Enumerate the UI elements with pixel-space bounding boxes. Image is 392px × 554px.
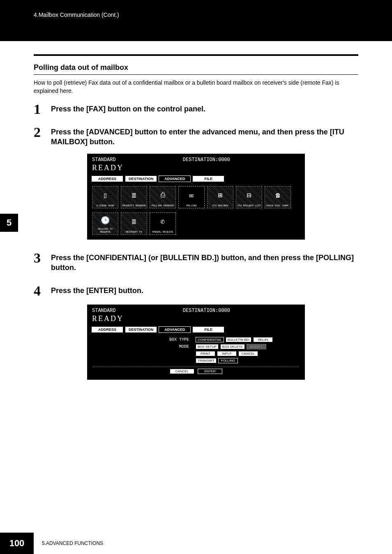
step-text: Press the [ADVANCED] button to enter the… — [51, 125, 358, 147]
step-text: Press the [ENTER] button. — [51, 284, 143, 295]
step-text: Press the [FAX] button on the control pa… — [51, 102, 205, 114]
envelope-icon: ✉ — [189, 187, 194, 204]
ready-label: READY — [90, 163, 302, 175]
btn-enter[interactable]: ENTER — [198, 369, 222, 374]
icon-2sided-scan[interactable]: ▯2-SIDED SCAN — [92, 186, 118, 208]
mode-label: MODE — [93, 344, 196, 349]
icon-row-2: 🕒DELAYED TX RESERVE ≣RECOVERY TX ✆MANUAL… — [90, 209, 302, 235]
tab-bar: ADDRESS DESTINATION ADVANCED FILE — [90, 175, 302, 183]
handset-icon: ✆ — [161, 213, 165, 231]
list-icon: ≣ — [132, 213, 136, 231]
content: Polling data out of mailbox How to poll … — [0, 54, 392, 380]
chapter-tab: 5 — [0, 214, 18, 232]
status-right: DESTINATION:0000 — [183, 157, 230, 163]
step-4: 4 Press the [ENTER] button. — [34, 284, 358, 298]
icon-itu-mailbox-list[interactable]: ⊟ITU MAILBOX LIST — [236, 186, 262, 208]
step-2: 2 Press the [ADVANCED] button to enter t… — [34, 125, 358, 147]
btn-cancel[interactable]: CANCEL — [170, 369, 194, 374]
mailbox-icon: ⊞ — [218, 187, 223, 204]
status-left: STANDARD — [92, 157, 116, 163]
icon-delayed-tx[interactable]: 🕒DELAYED TX RESERVE — [92, 212, 118, 235]
device-screenshot-1: STANDARD DESTINATION:0000 READY ADDRESS … — [87, 154, 305, 240]
btn-relay[interactable]: RELAY — [253, 337, 273, 342]
btn-polling[interactable]: POLLING — [218, 358, 238, 363]
icon-polling-reserve[interactable]: ⎙POLLING RESERVE — [150, 186, 176, 208]
tab-advanced[interactable]: ADVANCED — [159, 326, 191, 333]
tab-file[interactable]: FILE — [192, 326, 224, 333]
step-number: 4 — [34, 284, 51, 298]
section-title: Polling data out of mailbox — [34, 63, 358, 75]
divider — [34, 54, 358, 56]
btn-box-setup[interactable]: BOX SETUP — [196, 344, 219, 349]
mailbox-list-icon: ⊟ — [247, 187, 251, 204]
box-type-label: BOX TYPE — [93, 337, 196, 342]
step-number: 3 — [34, 251, 51, 265]
breadcrumb: 4.Mailbox Communication (Cont.) — [34, 12, 119, 18]
btn-bulletin-bd[interactable]: BULLETIN BD. — [226, 337, 252, 342]
icon-polling[interactable]: ✉POLLING — [178, 186, 205, 208]
btn-cancel-mode[interactable]: CANCEL — [238, 351, 258, 356]
printer-icon: ⎙ — [161, 187, 165, 204]
device-screenshot-2: STANDARD DESTINATION:0000 READY ADDRESS … — [87, 305, 305, 380]
tab-file[interactable]: FILE — [192, 175, 224, 182]
step-1: 1 Press the [FAX] button on the control … — [34, 102, 358, 116]
btn-modify: MODIFY — [247, 344, 266, 349]
icon-recovery-tx[interactable]: ≣RECOVERY TX — [121, 212, 147, 235]
page-header: 4.Mailbox Communication (Cont.) — [0, 0, 392, 41]
chapter-label: 5.ADVANCED FUNCTIONS — [34, 540, 103, 546]
status-left: STANDARD — [92, 308, 116, 314]
tab-destination[interactable]: DESTINATION — [125, 175, 157, 182]
page-footer: 100 5.ADVANCED FUNCTIONS — [0, 533, 392, 554]
step-text: Press the [CONFIDENTIAL] (or [BULLETIN B… — [51, 251, 358, 273]
step-3: 3 Press the [CONFIDENTIAL] (or [BULLETIN… — [34, 251, 358, 273]
page-number: 100 — [0, 533, 34, 554]
icon-chain-dial[interactable]: ☎CHAIN DIAL COMM. — [265, 186, 291, 208]
intro-text: How to poll (retrieve) Fax data out of a… — [34, 79, 358, 95]
tab-address[interactable]: ADDRESS — [91, 326, 123, 333]
list-icon: ≣ — [132, 187, 136, 204]
btn-box-delete[interactable]: BOX DELETE — [220, 344, 245, 349]
btn-print[interactable]: PRINT — [196, 351, 215, 356]
document-icon: ▯ — [103, 187, 108, 204]
phone-icon: ☎ — [276, 187, 280, 204]
step-number: 2 — [34, 125, 51, 139]
btn-transmit[interactable]: TRANSMIT — [196, 358, 217, 363]
btn-input[interactable]: INPUT — [217, 351, 237, 356]
step-number: 1 — [34, 102, 51, 116]
ready-label: READY — [90, 314, 302, 325]
status-right: DESTINATION:0000 — [183, 308, 230, 314]
icon-priority-reserve[interactable]: ≣PRIORITY RESERVE — [121, 186, 147, 208]
icon-itu-mailbox[interactable]: ⊞ITU MAILBOX — [207, 186, 233, 208]
icon-manual-receive[interactable]: ✆MANUAL RECEIVE — [150, 212, 176, 235]
tab-address[interactable]: ADDRESS — [91, 175, 123, 182]
icon-row-1: ▯2-SIDED SCAN ≣PRIORITY RESERVE ⎙POLLING… — [90, 183, 302, 209]
tab-bar: ADDRESS DESTINATION ADVANCED FILE — [90, 325, 302, 334]
tab-advanced[interactable]: ADVANCED — [159, 175, 191, 182]
tab-destination[interactable]: DESTINATION — [125, 326, 157, 333]
btn-confidential[interactable]: CONFIDENTIAL — [196, 337, 224, 342]
clock-icon: 🕒 — [101, 213, 110, 228]
